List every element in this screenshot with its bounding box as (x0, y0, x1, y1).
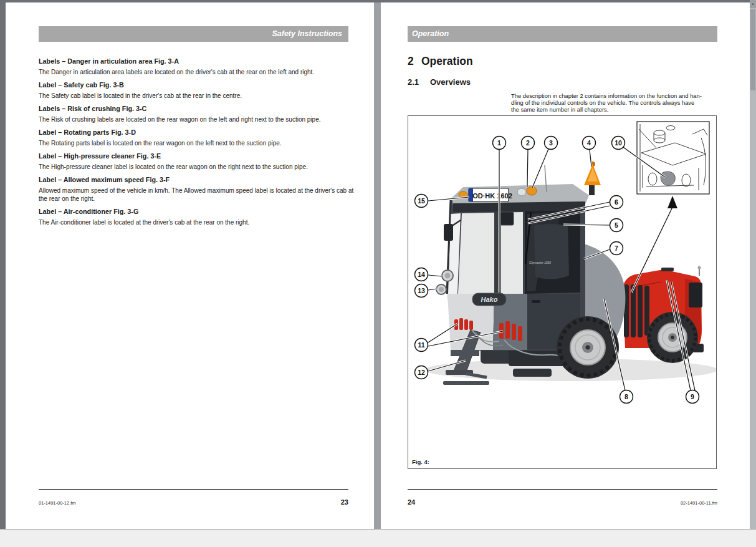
callout-8: 8 (620, 390, 633, 404)
callout-5: 5 (610, 219, 623, 232)
reversing-light (517, 188, 526, 196)
section-heading: Labels – Danger in articulation area Fig… (39, 57, 355, 65)
mirror (444, 224, 453, 241)
inset-detail-drawing (637, 122, 709, 194)
vehicle-illustration: OD·HK 1602 (408, 116, 716, 468)
section-title: 2.1Overviews (408, 77, 471, 87)
figure-4: OD·HK 1602 (408, 115, 717, 469)
svg-text:13: 13 (418, 287, 425, 294)
left-page-footer: 01-1491-00-12.fm 23 (39, 489, 348, 506)
model-label: Citymaster 1600 (529, 261, 551, 264)
svg-text:8: 8 (624, 393, 628, 400)
svg-text:10: 10 (615, 139, 622, 147)
license-plate: OD·HK 1602 (469, 188, 512, 201)
document-page-left: Safety Instructions Labels – Danger in a… (6, 2, 374, 529)
page-gap (374, 2, 381, 529)
scrollbar-thumb[interactable] (750, 9, 755, 90)
vertical-scrollbar[interactable]: ▲ (750, 0, 756, 529)
right-marker-light (527, 186, 537, 195)
callout-9: 9 (686, 390, 699, 404)
svg-text:11: 11 (418, 341, 424, 349)
section-body: The Air-conditioner label is located at … (39, 218, 355, 226)
figure-caption: Fig. 4: (412, 458, 429, 465)
svg-text:OD·HK 1602: OD·HK 1602 (472, 192, 512, 200)
svg-text:14: 14 (418, 271, 425, 278)
rotating-beacon (584, 162, 601, 195)
callout-4: 4 (583, 137, 596, 150)
callout-15: 15 (415, 195, 428, 208)
section-heading: Label – High-pressure cleaner Fig. 3-E (39, 152, 355, 160)
section-body: The Rotating parts label is located on t… (39, 139, 355, 147)
brand-logo: Hako (481, 296, 498, 303)
right-page-header-bar: Operation (408, 26, 717, 42)
section-heading: Label – Air-conditioner Fig. 3-G (39, 208, 355, 216)
svg-text:15: 15 (418, 197, 425, 205)
intro-paragraph: The description in chapter 2 contains in… (511, 92, 726, 113)
rear-wheel (647, 312, 698, 363)
callout-2: 2 (522, 137, 535, 150)
section-heading: Label – Safety cab Fig. 3-B (39, 81, 355, 89)
callout-14: 14 (415, 268, 428, 281)
callout-12: 12 (415, 366, 428, 379)
callout-11: 11 (415, 339, 428, 352)
callout-6: 6 (610, 196, 623, 209)
scroll-up-arrow[interactable]: ▲ (750, 0, 756, 8)
section-body: Allowed maximum speed of the vehicle in … (39, 186, 355, 203)
right-page-footer: 24 02-1491-00-11.fm (408, 489, 717, 506)
svg-text:7: 7 (615, 244, 618, 252)
section-body: The High-pressure cleaner label is locat… (39, 163, 355, 171)
left-page-header-bar: Safety Instructions (39, 26, 348, 42)
section-body: The Danger in articulation area labels a… (39, 68, 355, 76)
callout-1: 1 (493, 137, 506, 150)
svg-text:12: 12 (418, 369, 425, 376)
callout-13: 13 (415, 284, 428, 298)
pdf-viewer: Safety Instructions Labels – Danger in a… (0, 0, 756, 547)
section-heading: Labels – Risk of crushing Fig. 3-C (39, 105, 355, 113)
callout-7: 7 (610, 242, 623, 255)
svg-text:5: 5 (615, 221, 618, 229)
navigation-toolbar: 23 / 222 (0, 529, 756, 547)
left-footer-filename: 01-1491-00-12.fm (39, 500, 76, 506)
chapter-title: 2Operation (408, 55, 473, 68)
svg-text:6: 6 (615, 198, 618, 206)
right-footer-page-number: 24 (408, 498, 415, 506)
svg-text:2: 2 (526, 139, 530, 147)
section-body: The Risk of crushing labels are located … (39, 115, 355, 123)
right-footer-filename: 02-1491-00-11.fm (681, 500, 717, 506)
inset-pointer-arrow (667, 196, 677, 208)
svg-text:3: 3 (549, 139, 553, 147)
section-heading: Label – Allowed maximum speed Fig. 3-F (39, 176, 355, 184)
callout-10: 10 (612, 137, 625, 150)
left-sections: Labels – Danger in articulation area Fig… (39, 57, 355, 231)
callout-3: 3 (545, 137, 558, 150)
svg-text:9: 9 (691, 393, 694, 400)
svg-text:4: 4 (587, 139, 591, 147)
document-page-right: Operation 2Operation 2.1Overviews The de… (381, 2, 750, 529)
section-heading: Label – Rotating parts Fig. 3-D (39, 128, 355, 137)
left-footer-page-number: 23 (341, 498, 348, 506)
svg-text:1: 1 (497, 139, 501, 147)
section-body: The Safety cab label is located in the d… (39, 92, 355, 100)
